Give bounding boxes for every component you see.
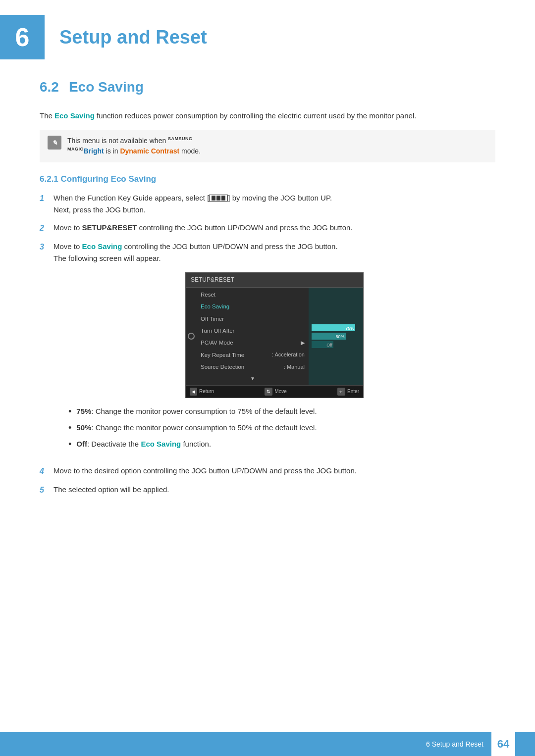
page-footer: 6 Setup and Reset 64 <box>0 732 535 756</box>
footer-move-btn: ⇅ Move <box>265 388 286 396</box>
step-3-content: Move to Eco Saving controlling the JOG b… <box>54 241 495 459</box>
step-2-number: 2 <box>40 222 54 235</box>
subsection-title: Configuring Eco Saving <box>61 174 157 184</box>
options-list: • 75%: Change the monitor power consumpt… <box>68 406 495 451</box>
option-75-text: 75%: Change the monitor power consumptio… <box>76 406 317 417</box>
function-key-icon <box>209 195 228 202</box>
menu-item-down-arrow: ▼ <box>197 373 309 384</box>
option-off-label: Off <box>76 440 87 448</box>
step-5-number: 5 <box>40 484 54 497</box>
option-off: • Off: Deactivate the Eco Saving functio… <box>68 439 495 451</box>
return-label: Return <box>199 388 214 396</box>
screen-footer: ◀ Return ⇅ Move ↵ Enter <box>186 385 363 398</box>
screen-body: Reset Eco Saving Off Timer Turn Off Afte… <box>186 288 363 385</box>
section-heading: 6.2 Eco Saving <box>40 79 495 95</box>
main-content: 6.2 Eco Saving The Eco Saving function r… <box>0 79 535 496</box>
footer-chapter-text: 6 Setup and Reset <box>426 740 483 748</box>
chapter-title: Setup and Reset <box>59 27 207 48</box>
steps-list: 1 When the Function Key Guide appears, s… <box>40 192 495 496</box>
gear-icon <box>188 333 195 340</box>
eco-saving-bullet-label: Eco Saving <box>141 440 181 448</box>
screen-title-bar: SETUP&RESET <box>186 273 363 288</box>
footer-return-btn: ◀ Return <box>190 388 214 396</box>
option-50-text: 50%: Change the monitor power consumptio… <box>76 422 317 434</box>
pcav-arrow: ▶ <box>301 339 305 348</box>
menu-item-source-detection: Source Detection : Manual <box>197 361 309 373</box>
note-icon: ✎ <box>48 136 61 150</box>
option-75: • 75%: Change the monitor power consumpt… <box>68 406 495 418</box>
step-4-content: Move to the desired option controlling t… <box>54 465 495 477</box>
step-1-number: 1 <box>40 192 54 205</box>
subsection-heading: 6.2.1 Configuring Eco Saving <box>40 174 495 184</box>
note-box: ✎ This menu is not available when SAMSUN… <box>40 130 495 162</box>
return-icon: ◀ <box>190 388 197 396</box>
bullet-dot-2: • <box>68 421 71 435</box>
menu-item-eco-saving: Eco Saving <box>197 301 309 312</box>
dynamic-contrast-label: Dynamic Contrast <box>120 147 179 155</box>
chapter-header: 6 Setup and Reset <box>0 0 535 69</box>
menu-item-turn-off-after: Turn Off After <box>197 325 309 337</box>
step-3: 3 Move to Eco Saving controlling the JOG… <box>40 241 495 459</box>
bullet-dot-1: • <box>68 405 71 418</box>
eco-saving-intro-label: Eco Saving <box>54 111 95 120</box>
menu-item-reset: Reset <box>197 289 309 301</box>
enter-icon: ↵ <box>337 388 345 396</box>
chapter-number-box: 6 <box>0 15 45 59</box>
screen-menu: Reset Eco Saving Off Timer Turn Off Afte… <box>197 288 309 385</box>
source-detection-value: : Manual <box>284 363 305 372</box>
screen-sidebar <box>186 288 197 385</box>
option-75-label: 75% <box>76 407 91 415</box>
step-3-number: 3 <box>40 241 54 253</box>
chapter-number: 6 <box>15 22 30 52</box>
step-1: 1 When the Function Key Guide appears, s… <box>40 192 495 216</box>
screen-mockup: SETUP&RESET Reset Eco Saving Off Timer T… <box>185 272 364 398</box>
key-repeat-value: : Acceleration <box>272 351 305 359</box>
bar-off <box>312 341 333 348</box>
subsection-number: 6.2.1 <box>40 174 58 184</box>
menu-item-pcav-mode: PC/AV Mode ▶ <box>197 337 309 349</box>
section-number: 6.2 <box>40 79 59 95</box>
bullet-dot-3: • <box>68 438 71 451</box>
step-4-number: 4 <box>40 465 54 478</box>
bright-label: Bright <box>84 147 104 155</box>
step-2: 2 Move to SETUP&RESET controlling the JO… <box>40 222 495 235</box>
move-icon: ⇅ <box>265 388 272 396</box>
step-5-content: The selected option will be applied. <box>54 484 495 496</box>
setup-reset-label: SETUP&RESET <box>82 223 137 232</box>
eco-saving-step3-label: Eco Saving <box>82 242 122 251</box>
menu-item-key-repeat: Key Repeat Time : Acceleration <box>197 349 309 361</box>
step-1-content: When the Function Key Guide appears, sel… <box>54 192 495 216</box>
move-label: Move <box>274 388 286 396</box>
bar-75 <box>312 324 355 331</box>
option-off-text: Off: Deactivate the Eco Saving function. <box>76 439 211 450</box>
step-1-subtext: Next, press the JOG button. <box>54 205 146 214</box>
step-4: 4 Move to the desired option controlling… <box>40 465 495 478</box>
step-5: 5 The selected option will be applied. <box>40 484 495 497</box>
step-2-content: Move to SETUP&RESET controlling the JOG … <box>54 222 495 234</box>
footer-enter-btn: ↵ Enter <box>337 388 359 396</box>
footer-page-number: 64 <box>491 732 515 756</box>
step-3-subtext: The following screen will appear. <box>54 254 161 262</box>
screen-right-panel <box>309 288 363 385</box>
enter-label: Enter <box>347 388 359 396</box>
menu-item-off-timer: Off Timer <box>197 313 309 325</box>
note-text: This menu is not available when SAMSUNGM… <box>67 136 201 156</box>
option-50: • 50%: Change the monitor power consumpt… <box>68 422 495 435</box>
bar-50 <box>312 333 346 340</box>
intro-paragraph: The Eco Saving function reduces power co… <box>40 110 495 122</box>
option-50-label: 50% <box>76 423 91 432</box>
section-title: Eco Saving <box>69 79 144 95</box>
